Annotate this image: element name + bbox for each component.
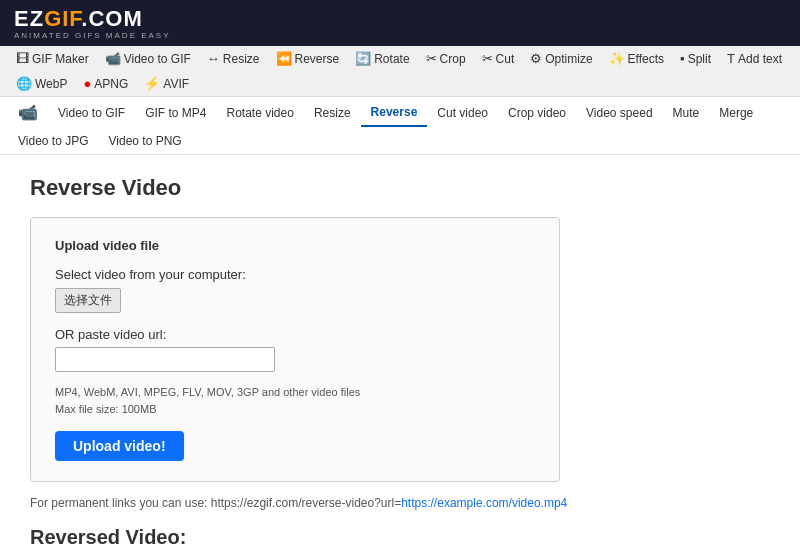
upload-button[interactable]: Upload video! [55,431,184,461]
logo-com: .COM [81,6,142,31]
logo-ez: EZ [14,6,44,31]
nav1-item-rotate[interactable]: 🔄 Rotate [347,46,417,71]
upload-box-title: Upload video file [55,238,535,253]
nav1-item-video-to-gif[interactable]: 📹 Video to GIF [97,46,199,71]
nav1-label-split: Split [688,52,711,66]
primary-nav: 🎞 GIF Maker 📹 Video to GIF ↔ Resize ⏪ Re… [0,46,800,97]
nav1-label-avif: AVIF [163,77,189,91]
nav2-item-reverse[interactable]: Reverse [361,99,428,127]
logo-gif: GIF [44,6,81,31]
nav2-label-mute: Mute [673,106,700,120]
crop-icon: ✂ [426,51,437,66]
nav2-label-video-speed: Video speed [586,106,653,120]
file-info: MP4, WebM, AVI, MPEG, FLV, MOV, 3GP and … [55,384,535,417]
nav2-item-video-to-jpg[interactable]: Video to JPG [8,128,99,154]
webp-icon: 🌐 [16,76,32,91]
nav2-label-cut-video: Cut video [437,106,488,120]
perm-link-prefix: For permanent links you can use: https:/… [30,496,401,510]
nav2-label-reverse: Reverse [371,105,418,119]
header: EZGIF.COM ANIMATED GIFS MADE EASY [0,0,800,46]
nav2-label-merge: Merge [719,106,753,120]
nav1-item-resize[interactable]: ↔ Resize [199,46,268,71]
nav1-label-effects: Effects [628,52,664,66]
video-to-gif-icon: 📹 [105,51,121,66]
effects-icon: ✨ [609,51,625,66]
nav1-item-cut[interactable]: ✂ Cut [474,46,523,71]
page-title: Reverse Video [30,175,770,201]
nav1-item-gif-maker[interactable]: 🎞 GIF Maker [8,46,97,71]
url-input[interactable] [55,347,275,372]
nav2-item-rotate-video[interactable]: Rotate video [217,100,304,126]
nav2-item-mute[interactable]: Mute [663,100,710,126]
nav2-item-resize[interactable]: Resize [304,100,361,126]
permanent-link-note: For permanent links you can use: https:/… [30,496,770,510]
nav1-label-webp: WebP [35,77,67,91]
nav1-item-crop[interactable]: ✂ Crop [418,46,474,71]
nav1-label-optimize: Optimize [545,52,592,66]
logo[interactable]: EZGIF.COM [14,8,786,30]
nav2-item-video-speed[interactable]: Video speed [576,100,663,126]
file-formats: MP4, WebM, AVI, MPEG, FLV, MOV, 3GP and … [55,386,360,398]
split-icon: ▪ [680,51,685,66]
nav1-label-gif-maker: GIF Maker [32,52,89,66]
reversed-video-title: Reversed Video: [30,526,770,549]
nav2-label-video-to-png: Video to PNG [109,134,182,148]
nav1-item-avif[interactable]: ⚡ AVIF [136,71,197,96]
logo-tagline: ANIMATED GIFS MADE EASY [14,31,786,40]
add-text-icon: T [727,51,735,66]
nav1-item-apng[interactable]: ● APNG [75,71,136,96]
upload-box: Upload video file Select video from your… [30,217,560,482]
avif-icon: ⚡ [144,76,160,91]
nav2-video-icon: 📹 [8,97,48,128]
main-content: Reverse Video Upload video file Select v… [0,155,800,549]
nav2-label-resize: Resize [314,106,351,120]
nav1-item-effects[interactable]: ✨ Effects [601,46,672,71]
nav1-label-crop: Crop [440,52,466,66]
nav2-item-video-to-gif[interactable]: Video to GIF [48,100,135,126]
gif-maker-icon: 🎞 [16,51,29,66]
nav1-label-add-text: Add text [738,52,782,66]
nav1-label-reverse: Reverse [295,52,340,66]
nav1-item-optimize[interactable]: ⚙ Optimize [522,46,600,71]
nav1-item-add-text[interactable]: T Add text [719,46,790,71]
select-video-label: Select video from your computer: [55,267,535,282]
max-file-size: Max file size: 100MB [55,403,156,415]
reverse-icon: ⏪ [276,51,292,66]
nav2-item-gif-to-mp4[interactable]: GIF to MP4 [135,100,216,126]
optimize-icon: ⚙ [530,51,542,66]
nav1-item-reverse[interactable]: ⏪ Reverse [268,46,348,71]
nav1-label-video-to-gif: Video to GIF [124,52,191,66]
nav1-label-rotate: Rotate [374,52,409,66]
apng-icon: ● [83,76,91,91]
perm-link-url[interactable]: https://example.com/video.mp4 [401,496,567,510]
or-paste-url-label: OR paste video url: [55,327,535,342]
resize-icon: ↔ [207,51,220,66]
nav2-item-crop-video[interactable]: Crop video [498,100,576,126]
nav2-label-gif-to-mp4: GIF to MP4 [145,106,206,120]
nav2-item-cut-video[interactable]: Cut video [427,100,498,126]
secondary-nav: 📹 Video to GIF GIF to MP4 Rotate video R… [0,97,800,155]
nav1-item-split[interactable]: ▪ Split [672,46,719,71]
nav1-label-resize: Resize [223,52,260,66]
nav2-item-video-to-png[interactable]: Video to PNG [99,128,192,154]
file-select-button[interactable]: 选择文件 [55,288,121,313]
nav2-label-rotate-video: Rotate video [227,106,294,120]
nav2-label-video-to-jpg: Video to JPG [18,134,89,148]
nav2-label-crop-video: Crop video [508,106,566,120]
cut-icon: ✂ [482,51,493,66]
rotate-icon: 🔄 [355,51,371,66]
nav2-item-merge[interactable]: Merge [709,100,763,126]
nav1-label-cut: Cut [496,52,515,66]
nav2-label-video-to-gif: Video to GIF [58,106,125,120]
nav1-item-webp[interactable]: 🌐 WebP [8,71,75,96]
nav1-label-apng: APNG [94,77,128,91]
